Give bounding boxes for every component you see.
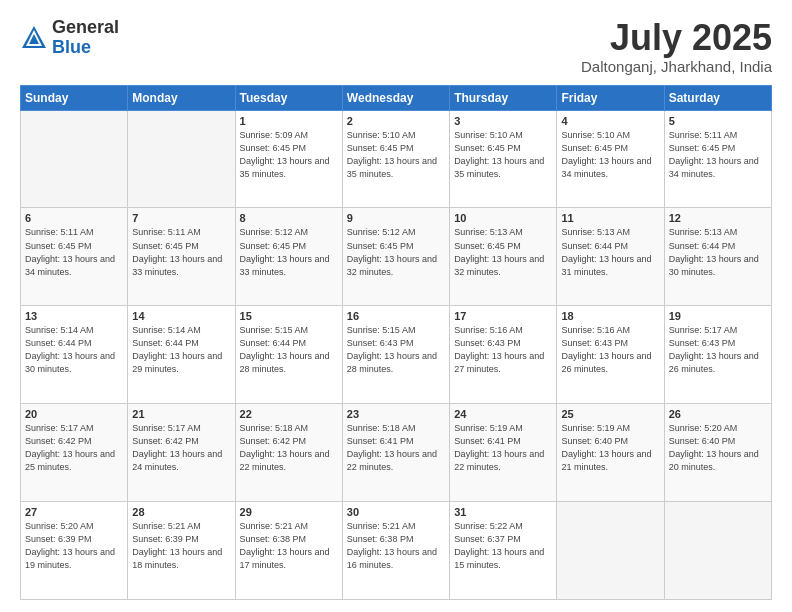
page: General Blue July 2025 Daltonganj, Jhark… <box>0 0 792 612</box>
day-info: Sunrise: 5:21 AM Sunset: 6:39 PM Dayligh… <box>132 520 230 572</box>
weekday-header-wednesday: Wednesday <box>342 85 449 110</box>
calendar-cell: 12Sunrise: 5:13 AM Sunset: 6:44 PM Dayli… <box>664 208 771 306</box>
day-number: 24 <box>454 408 552 420</box>
day-info: Sunrise: 5:21 AM Sunset: 6:38 PM Dayligh… <box>347 520 445 572</box>
calendar-header: SundayMondayTuesdayWednesdayThursdayFrid… <box>21 85 772 110</box>
calendar-cell: 11Sunrise: 5:13 AM Sunset: 6:44 PM Dayli… <box>557 208 664 306</box>
day-number: 20 <box>25 408 123 420</box>
day-number: 31 <box>454 506 552 518</box>
day-number: 10 <box>454 212 552 224</box>
day-info: Sunrise: 5:20 AM Sunset: 6:39 PM Dayligh… <box>25 520 123 572</box>
day-info: Sunrise: 5:13 AM Sunset: 6:44 PM Dayligh… <box>669 226 767 278</box>
day-info: Sunrise: 5:21 AM Sunset: 6:38 PM Dayligh… <box>240 520 338 572</box>
day-number: 14 <box>132 310 230 322</box>
weekday-header-saturday: Saturday <box>664 85 771 110</box>
day-number: 2 <box>347 115 445 127</box>
weekday-header-tuesday: Tuesday <box>235 85 342 110</box>
calendar-cell: 8Sunrise: 5:12 AM Sunset: 6:45 PM Daylig… <box>235 208 342 306</box>
calendar-cell: 13Sunrise: 5:14 AM Sunset: 6:44 PM Dayli… <box>21 306 128 404</box>
logo-general-text: General <box>52 18 119 38</box>
day-number: 21 <box>132 408 230 420</box>
day-number: 13 <box>25 310 123 322</box>
day-info: Sunrise: 5:14 AM Sunset: 6:44 PM Dayligh… <box>25 324 123 376</box>
week-row: 1Sunrise: 5:09 AM Sunset: 6:45 PM Daylig… <box>21 110 772 208</box>
header: General Blue July 2025 Daltonganj, Jhark… <box>20 18 772 75</box>
day-info: Sunrise: 5:15 AM Sunset: 6:44 PM Dayligh… <box>240 324 338 376</box>
calendar-cell: 29Sunrise: 5:21 AM Sunset: 6:38 PM Dayli… <box>235 502 342 600</box>
day-info: Sunrise: 5:11 AM Sunset: 6:45 PM Dayligh… <box>132 226 230 278</box>
day-number: 26 <box>669 408 767 420</box>
day-info: Sunrise: 5:19 AM Sunset: 6:41 PM Dayligh… <box>454 422 552 474</box>
day-info: Sunrise: 5:12 AM Sunset: 6:45 PM Dayligh… <box>347 226 445 278</box>
calendar-cell: 23Sunrise: 5:18 AM Sunset: 6:41 PM Dayli… <box>342 404 449 502</box>
day-info: Sunrise: 5:22 AM Sunset: 6:37 PM Dayligh… <box>454 520 552 572</box>
calendar-cell: 27Sunrise: 5:20 AM Sunset: 6:39 PM Dayli… <box>21 502 128 600</box>
calendar-cell: 10Sunrise: 5:13 AM Sunset: 6:45 PM Dayli… <box>450 208 557 306</box>
day-number: 6 <box>25 212 123 224</box>
weekday-header-friday: Friday <box>557 85 664 110</box>
calendar-cell: 31Sunrise: 5:22 AM Sunset: 6:37 PM Dayli… <box>450 502 557 600</box>
calendar-cell: 30Sunrise: 5:21 AM Sunset: 6:38 PM Dayli… <box>342 502 449 600</box>
day-number: 5 <box>669 115 767 127</box>
week-row: 20Sunrise: 5:17 AM Sunset: 6:42 PM Dayli… <box>21 404 772 502</box>
calendar-cell: 9Sunrise: 5:12 AM Sunset: 6:45 PM Daylig… <box>342 208 449 306</box>
calendar-cell: 21Sunrise: 5:17 AM Sunset: 6:42 PM Dayli… <box>128 404 235 502</box>
day-info: Sunrise: 5:18 AM Sunset: 6:42 PM Dayligh… <box>240 422 338 474</box>
calendar-cell: 5Sunrise: 5:11 AM Sunset: 6:45 PM Daylig… <box>664 110 771 208</box>
calendar-cell <box>21 110 128 208</box>
calendar-cell: 26Sunrise: 5:20 AM Sunset: 6:40 PM Dayli… <box>664 404 771 502</box>
calendar-cell: 17Sunrise: 5:16 AM Sunset: 6:43 PM Dayli… <box>450 306 557 404</box>
day-number: 8 <box>240 212 338 224</box>
day-number: 19 <box>669 310 767 322</box>
day-info: Sunrise: 5:17 AM Sunset: 6:43 PM Dayligh… <box>669 324 767 376</box>
week-row: 27Sunrise: 5:20 AM Sunset: 6:39 PM Dayli… <box>21 502 772 600</box>
day-info: Sunrise: 5:16 AM Sunset: 6:43 PM Dayligh… <box>454 324 552 376</box>
day-number: 9 <box>347 212 445 224</box>
day-info: Sunrise: 5:14 AM Sunset: 6:44 PM Dayligh… <box>132 324 230 376</box>
day-info: Sunrise: 5:10 AM Sunset: 6:45 PM Dayligh… <box>454 129 552 181</box>
location: Daltonganj, Jharkhand, India <box>581 58 772 75</box>
day-info: Sunrise: 5:17 AM Sunset: 6:42 PM Dayligh… <box>25 422 123 474</box>
day-number: 4 <box>561 115 659 127</box>
logo-text: General Blue <box>52 18 119 58</box>
day-info: Sunrise: 5:09 AM Sunset: 6:45 PM Dayligh… <box>240 129 338 181</box>
calendar-cell: 15Sunrise: 5:15 AM Sunset: 6:44 PM Dayli… <box>235 306 342 404</box>
day-number: 29 <box>240 506 338 518</box>
day-info: Sunrise: 5:12 AM Sunset: 6:45 PM Dayligh… <box>240 226 338 278</box>
day-number: 27 <box>25 506 123 518</box>
calendar-cell: 20Sunrise: 5:17 AM Sunset: 6:42 PM Dayli… <box>21 404 128 502</box>
calendar: SundayMondayTuesdayWednesdayThursdayFrid… <box>20 85 772 600</box>
day-info: Sunrise: 5:13 AM Sunset: 6:44 PM Dayligh… <box>561 226 659 278</box>
day-number: 22 <box>240 408 338 420</box>
calendar-cell: 22Sunrise: 5:18 AM Sunset: 6:42 PM Dayli… <box>235 404 342 502</box>
calendar-cell <box>128 110 235 208</box>
calendar-cell: 24Sunrise: 5:19 AM Sunset: 6:41 PM Dayli… <box>450 404 557 502</box>
week-row: 13Sunrise: 5:14 AM Sunset: 6:44 PM Dayli… <box>21 306 772 404</box>
calendar-cell <box>557 502 664 600</box>
weekday-row: SundayMondayTuesdayWednesdayThursdayFrid… <box>21 85 772 110</box>
day-number: 30 <box>347 506 445 518</box>
day-number: 12 <box>669 212 767 224</box>
day-number: 23 <box>347 408 445 420</box>
day-info: Sunrise: 5:18 AM Sunset: 6:41 PM Dayligh… <box>347 422 445 474</box>
day-info: Sunrise: 5:10 AM Sunset: 6:45 PM Dayligh… <box>561 129 659 181</box>
logo-blue-text: Blue <box>52 38 119 58</box>
day-number: 1 <box>240 115 338 127</box>
day-number: 11 <box>561 212 659 224</box>
day-number: 16 <box>347 310 445 322</box>
calendar-body: 1Sunrise: 5:09 AM Sunset: 6:45 PM Daylig… <box>21 110 772 599</box>
calendar-cell: 28Sunrise: 5:21 AM Sunset: 6:39 PM Dayli… <box>128 502 235 600</box>
calendar-cell: 18Sunrise: 5:16 AM Sunset: 6:43 PM Dayli… <box>557 306 664 404</box>
calendar-cell: 6Sunrise: 5:11 AM Sunset: 6:45 PM Daylig… <box>21 208 128 306</box>
day-info: Sunrise: 5:13 AM Sunset: 6:45 PM Dayligh… <box>454 226 552 278</box>
day-info: Sunrise: 5:11 AM Sunset: 6:45 PM Dayligh… <box>25 226 123 278</box>
weekday-header-thursday: Thursday <box>450 85 557 110</box>
day-info: Sunrise: 5:11 AM Sunset: 6:45 PM Dayligh… <box>669 129 767 181</box>
calendar-cell: 19Sunrise: 5:17 AM Sunset: 6:43 PM Dayli… <box>664 306 771 404</box>
title-block: July 2025 Daltonganj, Jharkhand, India <box>581 18 772 75</box>
calendar-cell: 2Sunrise: 5:10 AM Sunset: 6:45 PM Daylig… <box>342 110 449 208</box>
calendar-cell <box>664 502 771 600</box>
day-info: Sunrise: 5:16 AM Sunset: 6:43 PM Dayligh… <box>561 324 659 376</box>
week-row: 6Sunrise: 5:11 AM Sunset: 6:45 PM Daylig… <box>21 208 772 306</box>
weekday-header-monday: Monday <box>128 85 235 110</box>
